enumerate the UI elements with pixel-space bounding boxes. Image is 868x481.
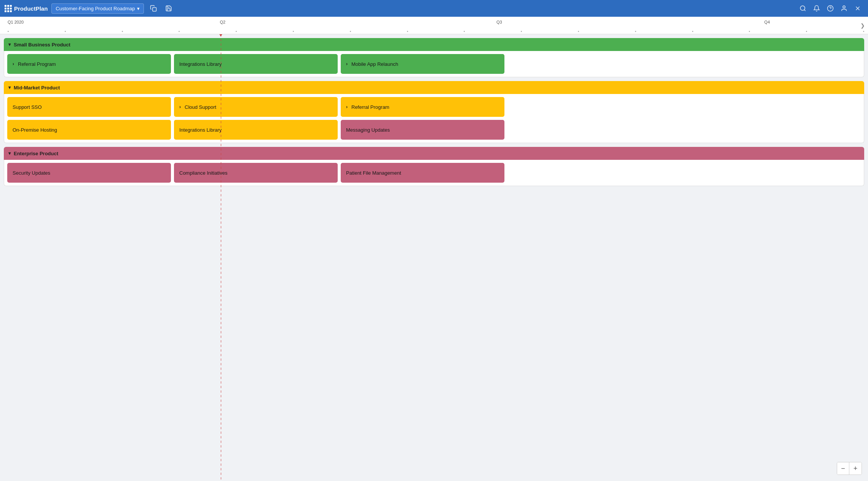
swimlane-small-business-body: › Referral Program Integrations Library …: [4, 51, 864, 77]
card-support-sso-label: Support SSO: [13, 104, 42, 110]
q1-label: Q1 2020: [8, 20, 24, 24]
swimlane-small-business-row-1: › Referral Program Integrations Library …: [7, 54, 861, 74]
brand-label: ProductPlan: [14, 5, 48, 12]
grid-icon: [5, 5, 12, 12]
q2-label: Q2: [220, 20, 226, 24]
swimlane-enterprise-label: Enterprise Product: [14, 151, 58, 156]
zoom-out-button[interactable]: −: [837, 462, 849, 475]
card-patient-file-management[interactable]: Patient File Management: [341, 163, 504, 183]
swimlane-mid-market-row-1: Support SSO › Cloud Support › Referral P…: [7, 97, 861, 117]
plan-selector[interactable]: Customer-Facing Product Roadmap ▾: [51, 3, 144, 14]
swimlane-mid-market-body: Support SSO › Cloud Support › Referral P…: [4, 94, 864, 143]
save-button[interactable]: [163, 3, 174, 13]
swimlane-mid-market: ▾ Mid-Market Product Support SSO › Cloud…: [4, 81, 864, 143]
card-referral-program-2[interactable]: › Referral Program: [341, 97, 504, 117]
swimlane-mid-market-label: Mid-Market Product: [14, 85, 60, 91]
card-security-label: Security Updates: [13, 170, 50, 176]
card-cloud-chevron: ›: [179, 104, 181, 110]
swimlane-mid-market-row-2: On-Premise Hosting Integrations Library …: [7, 120, 861, 140]
card-on-premise-hosting[interactable]: On-Premise Hosting: [7, 120, 171, 140]
copy-button[interactable]: [148, 3, 159, 13]
plan-chevron-icon: ▾: [137, 6, 140, 11]
card-cloud-support[interactable]: › Cloud Support: [174, 97, 338, 117]
nav-right-icons: [797, 3, 863, 13]
card-integrations2-label: Integrations Library: [179, 127, 222, 133]
card-mobile-label: Mobile App Relaunch: [351, 61, 398, 67]
timeline-collapse-button[interactable]: ❯: [860, 22, 865, 29]
swimlane-small-business-label: Small Business Product: [14, 42, 70, 48]
notification-button[interactable]: [811, 3, 822, 13]
timeline-header: Q1 2020 Q2 Q3 Q4 ❯: [0, 17, 868, 34]
card-mobile-chevron: ›: [346, 61, 348, 67]
card-referral-label: Referral Program: [18, 61, 56, 67]
card-patient-label: Patient File Management: [346, 170, 401, 176]
brand-logo: ProductPlan: [5, 5, 48, 12]
card-security-updates[interactable]: Security Updates: [7, 163, 171, 183]
swimlane-small-business-chevron: ▾: [8, 42, 11, 47]
q4-label: Q4: [764, 20, 770, 24]
swimlane-small-business-header[interactable]: ▾ Small Business Product: [4, 38, 864, 51]
card-referral-chevron: ›: [13, 61, 14, 67]
card-messaging-label: Messaging Updates: [346, 127, 390, 133]
swimlane-enterprise-row-1: Security Updates Compliance Initiatives …: [7, 163, 861, 183]
card-integrations-label: Integrations Library: [179, 61, 222, 67]
card-integrations-library-1[interactable]: Integrations Library: [174, 54, 338, 74]
card-referral2-chevron: ›: [346, 104, 348, 110]
svg-point-5: [843, 6, 845, 8]
swimlane-enterprise-body: Security Updates Compliance Initiatives …: [4, 160, 864, 186]
zoom-in-button[interactable]: +: [849, 462, 862, 475]
card-on-premise-label: On-Premise Hosting: [13, 127, 57, 133]
card-referral-program-1[interactable]: › Referral Program: [7, 54, 171, 74]
swimlane-small-business: ▾ Small Business Product › Referral Prog…: [4, 38, 864, 77]
plan-name-label: Customer-Facing Product Roadmap: [56, 6, 135, 11]
swimlane-enterprise-header[interactable]: ▾ Enterprise Product: [4, 147, 864, 160]
q3-label: Q3: [496, 20, 502, 24]
swimlane-enterprise: ▾ Enterprise Product Security Updates Co…: [4, 147, 864, 186]
card-messaging-updates[interactable]: Messaging Updates: [341, 120, 504, 140]
swimlane-mid-market-header[interactable]: ▾ Mid-Market Product: [4, 81, 864, 94]
svg-rect-0: [153, 8, 156, 11]
time-marker-arrow: [219, 34, 223, 37]
roadmap-container: ▾ Small Business Product › Referral Prog…: [0, 34, 868, 481]
swimlane-enterprise-chevron: ▾: [8, 151, 11, 156]
user-button[interactable]: [838, 3, 850, 13]
card-mobile-app-relaunch[interactable]: › Mobile App Relaunch: [341, 54, 504, 74]
card-referral2-label: Referral Program: [351, 104, 389, 110]
close-button[interactable]: [852, 3, 863, 13]
svg-line-2: [804, 10, 805, 11]
card-compliance-label: Compliance Initiatives: [179, 170, 227, 176]
card-integrations-library-2[interactable]: Integrations Library: [174, 120, 338, 140]
help-button[interactable]: [825, 3, 836, 13]
card-cloud-label: Cloud Support: [185, 104, 216, 110]
navbar: ProductPlan Customer-Facing Product Road…: [0, 0, 868, 17]
card-support-sso[interactable]: Support SSO: [7, 97, 171, 117]
search-button[interactable]: [797, 3, 809, 13]
zoom-controls: − +: [837, 462, 862, 475]
swimlane-mid-market-chevron: ▾: [8, 85, 11, 90]
card-compliance-initiatives[interactable]: Compliance Initiatives: [174, 163, 338, 183]
svg-point-1: [800, 6, 805, 10]
